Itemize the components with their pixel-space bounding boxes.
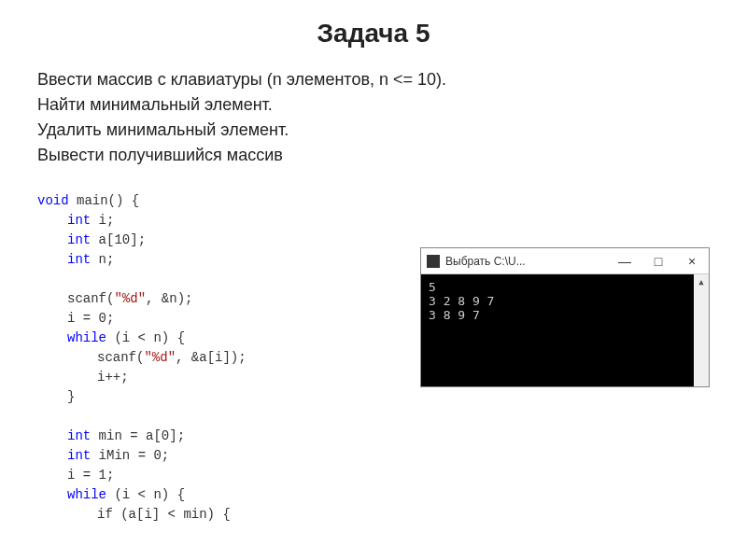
minimize-button[interactable]: — (608, 248, 641, 274)
task-description: Ввести массив с клавиатуры (n элементов,… (37, 67, 710, 168)
console-body: 5 3 2 8 9 7 3 8 9 7 ▲ (421, 274, 709, 386)
console-window: Выбрать C:\U... — □ × 5 3 2 8 9 7 3 8 9 … (420, 247, 710, 387)
desc-line: Найти минимальный элемент. (37, 92, 710, 118)
console-icon (427, 255, 440, 268)
desc-line: Ввести массив с клавиатуры (n элементов,… (37, 67, 710, 92)
desc-line: Удалить минимальный элемент. (37, 118, 710, 143)
console-titlebar: Выбрать C:\U... — □ × (421, 248, 709, 274)
slide-title: Задача 5 (37, 19, 710, 49)
console-line: 3 8 9 7 (429, 308, 701, 322)
scroll-up-icon[interactable]: ▲ (694, 274, 709, 289)
console-title: Выбрать C:\U... (445, 255, 608, 268)
code-block: void main() { int i; int a[10]; int n; s… (37, 191, 247, 525)
console-line: 3 2 8 9 7 (429, 294, 701, 308)
scrollbar[interactable]: ▲ (694, 274, 709, 386)
close-button[interactable]: × (675, 248, 709, 274)
console-line: 5 (429, 280, 701, 294)
desc-line: Вывести получившийся массив (37, 143, 710, 168)
maximize-button[interactable]: □ (641, 248, 675, 274)
